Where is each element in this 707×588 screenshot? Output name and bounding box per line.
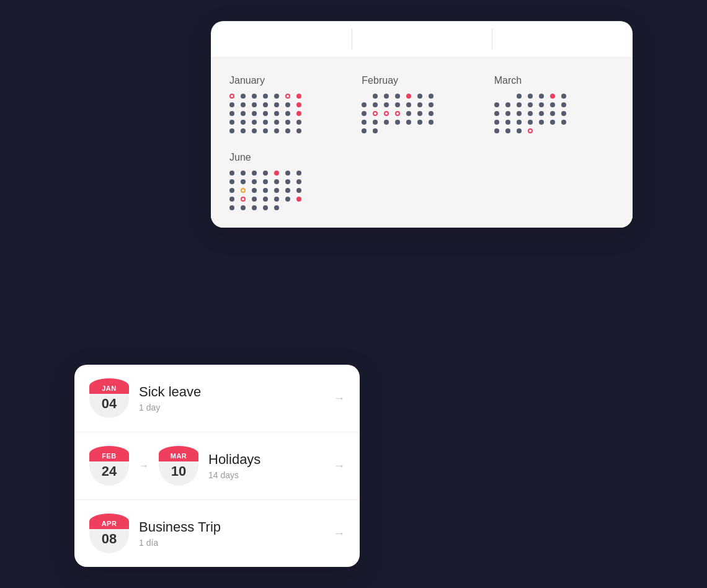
stat-taken xyxy=(492,21,633,57)
calendar-dot xyxy=(285,120,290,125)
calendar-dot xyxy=(362,102,367,107)
calendar-dot xyxy=(229,128,234,133)
event-duration: 1 día xyxy=(139,538,324,548)
calendar-dot xyxy=(274,128,279,133)
calendar-dot xyxy=(550,120,555,125)
calendar-dot xyxy=(373,102,378,107)
calendar-dot xyxy=(494,120,499,125)
calendar-dot xyxy=(539,94,544,99)
calendar-dot xyxy=(263,128,268,133)
calendar-dot xyxy=(252,171,257,176)
calendar-dot xyxy=(252,94,257,99)
calendar-dot xyxy=(395,111,400,116)
calendar-dot xyxy=(406,128,411,133)
calendar-dot xyxy=(274,102,279,107)
dots-grid xyxy=(229,94,349,133)
end-date-badge: MAR 10 xyxy=(159,446,198,486)
calendar-dot xyxy=(528,128,533,133)
month-block-june: June xyxy=(229,152,349,210)
calendar-dot xyxy=(274,205,279,210)
calendar-dot xyxy=(517,111,522,116)
calendar-dot xyxy=(252,205,257,210)
calendar-dot xyxy=(406,94,411,99)
badge-month: MAR xyxy=(159,446,198,461)
calendar-dot xyxy=(229,188,234,193)
event-title: Holidays xyxy=(208,452,324,468)
calendar-dot xyxy=(384,128,389,133)
calendar-area: JanuaryFebruayMarchJune xyxy=(211,58,633,228)
calendar-dot xyxy=(373,120,378,125)
calendar-dot xyxy=(296,128,301,133)
calendar-dot xyxy=(241,111,246,116)
calendar-dot xyxy=(505,102,510,107)
badge-month: APR xyxy=(89,514,129,529)
main-container: JanuaryFebruayMarchJune JAN 04 Sick leav… xyxy=(74,21,633,567)
calendar-dot xyxy=(362,94,367,99)
calendar-dot xyxy=(539,120,544,125)
stat-total xyxy=(211,21,352,57)
calendar-dot xyxy=(406,102,411,107)
calendar-dot xyxy=(285,128,290,133)
event-title: Sick leave xyxy=(139,384,324,400)
calendar-dot xyxy=(229,205,234,210)
calendar-dot xyxy=(285,94,290,99)
calendar-dot xyxy=(285,179,290,184)
calendar-dot xyxy=(263,197,268,202)
event-title: Business Trip xyxy=(139,519,324,535)
event-item[interactable]: APR 08 Business Trip 1 día → xyxy=(74,500,360,567)
calendar-dot xyxy=(561,120,566,125)
badge-day: 04 xyxy=(102,396,117,412)
calendar-dot xyxy=(241,128,246,133)
stat-available xyxy=(352,21,492,57)
calendar-dot xyxy=(241,120,246,125)
calendar-dot xyxy=(528,111,533,116)
calendar-dot xyxy=(528,120,533,125)
event-details: Holidays 14 days xyxy=(208,452,324,480)
event-item[interactable]: FEB 24 → MAR 10 Holidays 14 days → xyxy=(74,432,360,500)
calendar-dot xyxy=(429,111,434,116)
calendar-dot xyxy=(417,94,422,99)
calendar-dot xyxy=(384,120,389,125)
calendar-dot xyxy=(296,188,301,193)
calendar-dot xyxy=(274,120,279,125)
event-item[interactable]: JAN 04 Sick leave 1 day → xyxy=(74,365,360,432)
calendar-dot xyxy=(517,128,522,133)
calendar-dot xyxy=(362,128,367,133)
month-block-january: January xyxy=(229,75,349,133)
calendar-dot xyxy=(241,188,246,193)
calendar-dot xyxy=(505,94,510,99)
calendar-dot xyxy=(296,171,301,176)
calendar-dot xyxy=(241,197,246,202)
calendar-dot xyxy=(384,111,389,116)
navigate-arrow-icon[interactable]: → xyxy=(334,392,345,405)
calendar-dot xyxy=(395,94,400,99)
calendar-dot xyxy=(429,102,434,107)
calendar-dot xyxy=(417,128,422,133)
calendar-dot xyxy=(362,120,367,125)
calendar-dot xyxy=(296,179,301,184)
calendar-dot xyxy=(505,120,510,125)
navigate-arrow-icon[interactable]: → xyxy=(334,460,345,473)
calendar-dot xyxy=(517,94,522,99)
calendar-dot xyxy=(274,171,279,176)
calendar-dot xyxy=(417,111,422,116)
calendar-dot xyxy=(229,197,234,202)
calendar-dot xyxy=(263,171,268,176)
calendar-dot xyxy=(373,111,378,116)
calendar-dot xyxy=(373,128,378,133)
calendar-dot xyxy=(296,120,301,125)
calendar-dot xyxy=(263,179,268,184)
month-block-februay: Februay xyxy=(362,75,481,133)
calendar-dot xyxy=(274,94,279,99)
month-name: January xyxy=(229,75,349,86)
calendar-dot xyxy=(229,171,234,176)
calendar-dot xyxy=(362,111,367,116)
calendar-dot xyxy=(252,128,257,133)
calendar-dot xyxy=(263,188,268,193)
calendar-dot xyxy=(395,120,400,125)
calendar-dot xyxy=(252,179,257,184)
navigate-arrow-icon[interactable]: → xyxy=(334,527,345,540)
calendar-dot xyxy=(505,128,510,133)
events-card: JAN 04 Sick leave 1 day → FEB 24 → MAR 1… xyxy=(74,365,360,567)
dots-grid xyxy=(229,171,349,210)
